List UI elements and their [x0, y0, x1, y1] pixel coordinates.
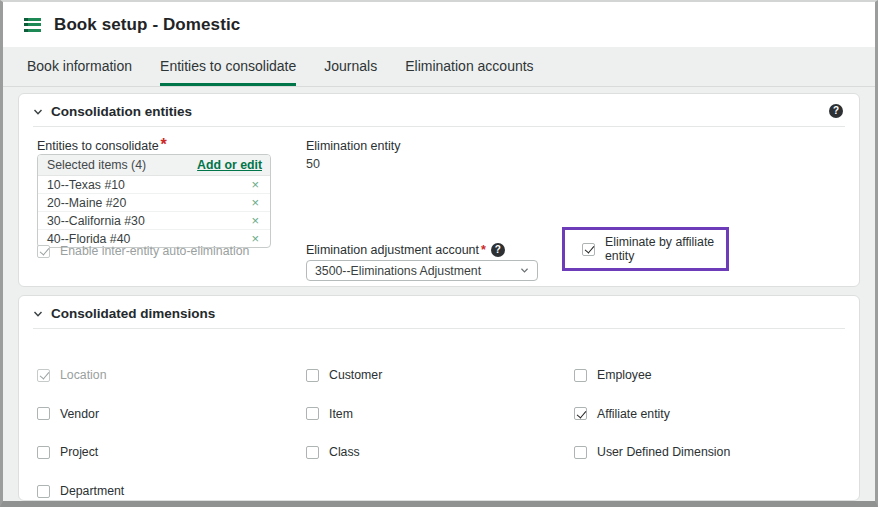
section-title: Consolidated dimensions	[51, 306, 215, 321]
checkbox	[574, 407, 587, 420]
entity-list-item: 30--California #30 ×	[38, 212, 270, 230]
checkbox-label: User Defined Dimension	[597, 445, 730, 459]
checkbox	[37, 446, 50, 459]
entity-list-item: 20--Maine #20 ×	[38, 194, 270, 212]
page-header: Book setup - Domestic	[3, 2, 875, 47]
auto-elimination-checkbox[interactable]: Enable inter-entity auto-elimination	[37, 244, 249, 258]
listbox-header: Selected items (4) Add or edit	[38, 155, 270, 176]
checkbox	[306, 446, 319, 459]
adjustment-account-label: Elimination adjustment account*	[306, 243, 486, 257]
consolidated-dimensions-section: Consolidated dimensions LocationCustomer…	[18, 295, 860, 501]
checkbox	[37, 485, 50, 498]
eliminate-by-affiliate-checkbox[interactable]: Eliminate by affiliate entity	[582, 235, 726, 263]
chevron-down-icon	[33, 107, 43, 117]
dimension-checkbox-user-defined-dimension[interactable]: User Defined Dimension	[574, 445, 859, 459]
tab-elimination-accounts[interactable]: Elimination accounts	[405, 58, 533, 86]
elimination-entity-value: 50	[306, 157, 320, 171]
dimension-checkbox-class[interactable]: Class	[306, 445, 574, 459]
dimension-checkbox-project[interactable]: Project	[37, 445, 306, 459]
app-window: Book setup - Domestic Book information E…	[0, 0, 878, 507]
remove-icon[interactable]: ×	[251, 214, 259, 227]
tab-book-information[interactable]: Book information	[27, 58, 132, 86]
remove-icon[interactable]: ×	[251, 196, 259, 209]
dimensions-grid: LocationCustomerEmployeeVendorItemAffili…	[19, 329, 859, 507]
checkbox-label: Item	[329, 407, 353, 421]
checkbox	[306, 407, 319, 420]
add-or-edit-link[interactable]: Add or edit	[197, 158, 262, 172]
help-icon[interactable]: ?	[491, 243, 505, 257]
adjustment-account-select[interactable]: 3500--Eliminations Adjustment	[306, 260, 538, 281]
tab-journals[interactable]: Journals	[324, 58, 377, 86]
affiliate-entity-highlight-box: Eliminate by affiliate entity	[562, 227, 729, 271]
required-asterisk: *	[481, 243, 486, 257]
dimension-checkbox-customer[interactable]: Customer	[306, 368, 574, 382]
dimension-checkbox-department[interactable]: Department	[37, 484, 306, 498]
remove-icon[interactable]: ×	[251, 178, 259, 191]
checkbox	[37, 407, 50, 420]
checkbox	[306, 369, 319, 382]
dimension-checkbox-item[interactable]: Item	[306, 407, 574, 421]
entity-list-item: 10--Texas #10 ×	[38, 176, 270, 194]
page-title: Book setup - Domestic	[54, 15, 240, 35]
remove-icon[interactable]: ×	[251, 232, 259, 245]
elimination-entity-label: Elimination entity	[306, 139, 401, 153]
tab-entities-to-consolidate[interactable]: Entities to consolidate	[160, 58, 296, 86]
checkbox	[582, 243, 595, 256]
dimension-checkbox-employee[interactable]: Employee	[574, 368, 859, 382]
tab-bar: Book information Entities to consolidate…	[3, 47, 875, 86]
checkbox	[37, 245, 50, 258]
book-list-icon	[24, 18, 41, 32]
entities-field-label: Entities to consolidate*	[37, 136, 167, 154]
checkbox	[574, 446, 587, 459]
checkbox-label: Employee	[597, 368, 652, 382]
dimension-checkbox-affiliate-entity[interactable]: Affiliate entity	[574, 407, 859, 421]
section-title: Consolidation entities	[51, 104, 192, 119]
checkbox-label: Location	[60, 368, 107, 382]
dimension-checkbox-location[interactable]: Location	[37, 368, 306, 382]
selected-items-count: Selected items (4)	[47, 158, 146, 172]
tab-divider	[3, 86, 875, 87]
checkbox-label: Affiliate entity	[597, 407, 670, 421]
checkbox-label: Vendor	[60, 407, 99, 421]
dimension-checkbox-vendor[interactable]: Vendor	[37, 407, 306, 421]
chevron-down-icon	[33, 309, 43, 319]
consolidation-entities-section: Consolidation entities ? Entities to con…	[18, 93, 860, 287]
required-asterisk: *	[161, 136, 167, 153]
section-header[interactable]: Consolidation entities	[33, 94, 845, 127]
checkbox	[37, 369, 50, 382]
checkbox-label: Class	[329, 445, 360, 459]
checkbox-label: Department	[60, 484, 124, 498]
selected-entities-listbox: Selected items (4) Add or edit 10--Texas…	[37, 154, 271, 248]
checkbox-label: Project	[60, 445, 98, 459]
chevron-down-icon	[520, 267, 529, 274]
help-icon[interactable]: ?	[829, 104, 843, 118]
checkbox	[574, 369, 587, 382]
checkbox-label: Customer	[329, 368, 382, 382]
section-header[interactable]: Consolidated dimensions	[33, 296, 845, 329]
